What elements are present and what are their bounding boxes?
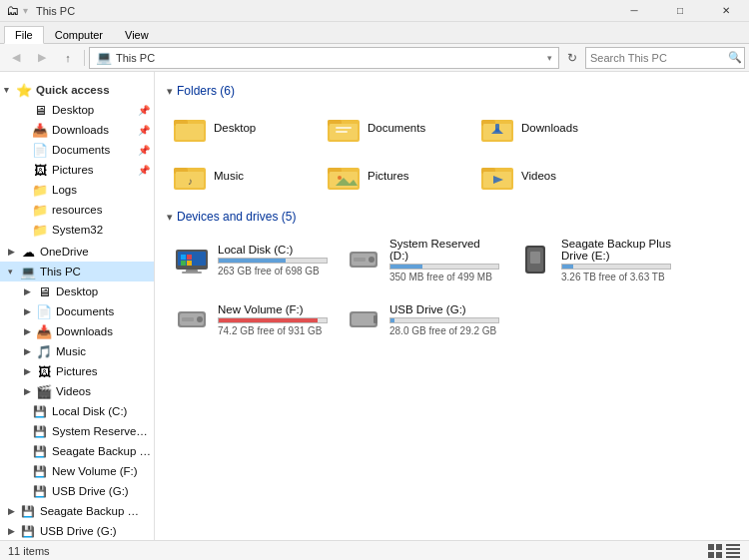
sidebar-item-logs[interactable]: 📁 Logs [0, 180, 154, 200]
drive-bar-container [561, 264, 671, 270]
sidebar-item-resources[interactable]: 📁 resources [0, 200, 154, 220]
sidebar-item-label: Pictures [52, 164, 94, 176]
this-pc-expand-icon: ▾ [8, 267, 20, 277]
address-bar[interactable]: 💻 This PC ▾ [89, 47, 559, 69]
sidebar-item-label: System Reserved (D:) [52, 425, 152, 437]
documents-icon: 📄 [32, 142, 48, 158]
drive-info: USB Drive (G:) 28.0 GB free of 29.2 GB [389, 303, 499, 336]
folder-item-documents[interactable]: Documents [321, 106, 470, 150]
music-folder-icon: ♪ [174, 160, 206, 192]
drive-item[interactable]: Local Disk (C:) 263 GB free of 698 GB [167, 232, 335, 287]
tab-file[interactable]: File [4, 26, 44, 44]
drive-name: USB Drive (G:) [389, 303, 499, 315]
sidebar-item-pictures-quick[interactable]: 🖼 Pictures 📌 [0, 160, 154, 180]
title-bar: 🗂 ▾ This PC ─ □ ✕ [0, 0, 749, 22]
svg-text:♪: ♪ [188, 176, 193, 187]
folders-section-title[interactable]: Folders (6) [177, 84, 235, 98]
drive-item[interactable]: Seagate Backup Plus Drive (E:) 3.26 TB f… [510, 232, 678, 287]
sidebar-item-seagate-e[interactable]: 💾 Seagate Backup Plus Drive (E:) [0, 441, 154, 461]
drive-item[interactable]: New Volume (F:) 74.2 GB free of 931 GB [167, 291, 335, 347]
folders-toggle[interactable]: ▾ [167, 85, 173, 98]
svg-rect-12 [495, 124, 499, 132]
folder-item-videos[interactable]: Videos [474, 154, 624, 198]
expand-icon: ▶ [24, 346, 36, 356]
folder-item-downloads[interactable]: Downloads [474, 106, 624, 150]
svg-rect-32 [181, 261, 186, 266]
drives-section-title[interactable]: Devices and drives (5) [177, 210, 296, 224]
sidebar-item-system32[interactable]: 📁 System32 [0, 220, 154, 240]
svg-rect-53 [726, 548, 740, 550]
sidebar-item-pc-downloads[interactable]: ▶ 📥 Downloads [0, 321, 154, 341]
sidebar-item-downloads-quick[interactable]: 📥 Downloads 📌 [0, 120, 154, 140]
drive-free-space: 74.2 GB free of 931 GB [218, 325, 328, 336]
expand-icon: ▶ [8, 526, 20, 536]
pin-icon: 📌 [138, 125, 150, 136]
svg-rect-30 [181, 255, 186, 260]
sidebar-item-pc-music[interactable]: ▶ 🎵 Music [0, 341, 154, 361]
folder-item-music[interactable]: ♪ Music [167, 154, 317, 198]
svg-rect-50 [708, 552, 714, 558]
search-input[interactable] [590, 52, 728, 64]
drive-item[interactable]: USB Drive (G:) 28.0 GB free of 29.2 GB [339, 291, 506, 347]
tab-computer[interactable]: Computer [44, 26, 114, 43]
folder-item-pictures[interactable]: Pictures [321, 154, 470, 198]
sidebar-item-system-reserved-d[interactable]: 💾 System Reserved (D:) [0, 421, 154, 441]
drive-bar-fill [390, 265, 422, 269]
drives-toggle[interactable]: ▾ [167, 211, 173, 224]
tab-view[interactable]: View [114, 26, 160, 43]
sidebar-item-usb-g[interactable]: 💾 USB Drive (G:) [0, 481, 154, 501]
close-button[interactable]: ✕ [703, 0, 749, 22]
back-button[interactable]: ◀ [4, 47, 28, 69]
svg-rect-29 [182, 272, 202, 274]
sidebar-item-onedrive[interactable]: ▶ ☁ OneDrive [0, 242, 154, 262]
drives-grid: Local Disk (C:) 263 GB free of 698 GB Sy… [167, 232, 737, 347]
this-pc-label: This PC [40, 266, 81, 278]
minimize-button[interactable]: ─ [611, 0, 657, 22]
svg-rect-7 [336, 131, 348, 133]
expand-icon: ▶ [24, 286, 36, 296]
folder-label: Pictures [368, 170, 409, 182]
svg-rect-2 [176, 124, 204, 140]
drive-bar-fill [390, 318, 394, 322]
list-view-button[interactable] [707, 543, 723, 559]
sidebar-item-documents-quick[interactable]: 📄 Documents 📌 [0, 140, 154, 160]
usb-icon: 💾 [32, 483, 48, 499]
sidebar-item-pc-videos[interactable]: ▶ 🎬 Videos [0, 381, 154, 401]
pin-icon: 📌 [138, 105, 150, 116]
forward-button[interactable]: ▶ [30, 47, 54, 69]
drive-name: Seagate Backup Plus Drive (E:) [561, 238, 671, 262]
sidebar-item-new-volume-f[interactable]: 💾 New Volume (F:) [0, 461, 154, 481]
up-button[interactable]: ↑ [56, 47, 80, 69]
search-box[interactable]: 🔍 [585, 47, 745, 69]
quick-access-icon: ▾ [23, 5, 28, 16]
quick-access-header[interactable]: ▾ ⭐ Quick access [0, 78, 154, 100]
svg-rect-46 [352, 313, 375, 325]
sidebar-item-this-pc[interactable]: ▾ 💻 This PC [0, 262, 154, 281]
sidebar-item-label: Videos [56, 385, 91, 397]
sidebar-item-pc-pictures[interactable]: ▶ 🖼 Pictures [0, 361, 154, 381]
refresh-button[interactable]: ↻ [561, 47, 583, 69]
sidebar-item-desktop-quick[interactable]: 🖥 Desktop 📌 [0, 100, 154, 120]
folder-label: Documents [368, 122, 425, 134]
desktop-icon: 🖥 [36, 283, 52, 299]
drive-item[interactable]: System Reserved (D:) 350 MB free of 499 … [339, 232, 506, 287]
svg-rect-52 [726, 544, 740, 546]
documents-folder-icon [328, 112, 360, 144]
folder-item-desktop[interactable]: Desktop [167, 106, 317, 150]
sidebar-item-seagate-top[interactable]: ▶ 💾 Seagate Backup Plus Drive (E:) [0, 501, 154, 521]
sidebar-item-label: Logs [52, 184, 77, 196]
detail-view-button[interactable] [725, 543, 741, 559]
address-dropdown-icon[interactable]: ▾ [547, 53, 552, 63]
pin-icon: 📌 [138, 145, 150, 156]
drive-name: New Volume (F:) [218, 303, 328, 315]
hdd-icon: 💾 [32, 423, 48, 439]
sidebar-item-usb-top[interactable]: ▶ 💾 USB Drive (G:) [0, 521, 154, 540]
maximize-button[interactable]: □ [657, 0, 703, 22]
drive-bar-container [389, 317, 499, 323]
sidebar-item-pc-documents[interactable]: ▶ 📄 Documents [0, 301, 154, 321]
sidebar-item-pc-desktop[interactable]: ▶ 🖥 Desktop [0, 281, 154, 301]
music-icon: 🎵 [36, 343, 52, 359]
sidebar-item-local-disk-c[interactable]: 💾 Local Disk (C:) [0, 401, 154, 421]
drive-name: Local Disk (C:) [218, 244, 328, 256]
drives-section-header: ▾ Devices and drives (5) [167, 210, 737, 224]
